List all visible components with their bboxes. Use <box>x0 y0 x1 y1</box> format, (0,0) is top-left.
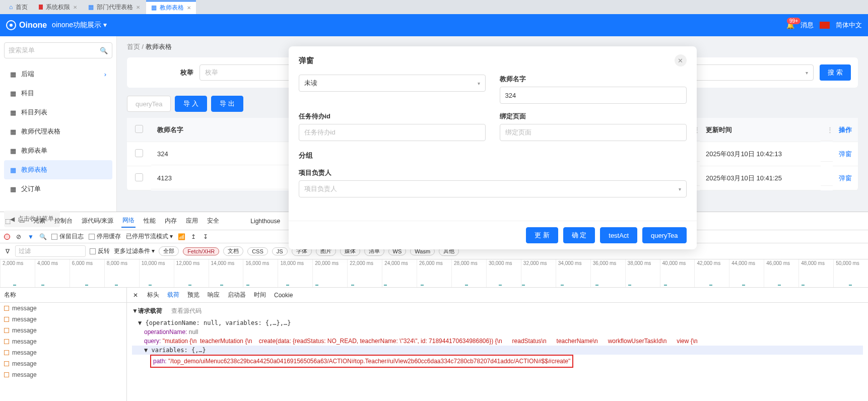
dt-tab-network[interactable]: 网络 <box>121 214 136 228</box>
export-button[interactable]: 导 出 <box>211 96 243 112</box>
dt-tab-lighthouse[interactable]: Lighthouse <box>249 216 281 227</box>
request-item[interactable]: message <box>0 358 126 369</box>
network-filter-input[interactable]: 过滤 <box>15 245 86 257</box>
filter-label: 枚举 <box>180 68 193 77</box>
type-all[interactable]: 全部 <box>159 246 179 256</box>
dialog-close-button[interactable]: ✕ <box>675 54 687 66</box>
request-item[interactable]: message <box>0 347 126 358</box>
dt-tab-security[interactable]: 安全 <box>206 215 220 227</box>
language-selector[interactable]: 简体中文 <box>836 21 862 30</box>
dt-tab-elements[interactable]: 元素 <box>32 215 46 227</box>
owner-select[interactable]: 项目负责人▾ <box>299 180 687 197</box>
view-source-link[interactable]: 查看源代码 <box>171 307 202 315</box>
dt-tab-perf[interactable]: 性能 <box>143 215 157 227</box>
status-select[interactable]: 未读▾ <box>299 75 486 92</box>
group-section-title: 分组 <box>299 151 687 160</box>
chevron-down-icon: ▾ <box>478 81 480 86</box>
chevron-right-icon: › <box>104 71 106 78</box>
rtab-response[interactable]: 响应 <box>208 291 220 299</box>
keep-log-checkbox[interactable]: 保留日志 <box>51 232 84 241</box>
throttle-select[interactable]: 已停用节流模式 ▾ <box>126 232 173 241</box>
select-all-checkbox[interactable] <box>135 125 143 133</box>
col-menu-icon[interactable]: ⋮ <box>821 119 833 141</box>
download-icon[interactable]: ↧ <box>202 233 209 240</box>
nav-teacher-table[interactable]: ▦教师表格 <box>4 160 112 179</box>
record-icon[interactable] <box>4 234 10 240</box>
notice-label[interactable]: 消息 <box>800 21 814 30</box>
upload-icon[interactable]: ↥ <box>190 233 197 240</box>
task-id-input[interactable]: 任务待办id <box>299 124 486 141</box>
more-filters[interactable]: 更多过滤条件 ▾ <box>114 247 155 255</box>
close-icon[interactable]: ✕ <box>136 5 140 10</box>
type-css[interactable]: CSS <box>247 247 268 255</box>
queryTea-button[interactable]: queryTea <box>127 96 171 112</box>
ok-button[interactable]: 确 定 <box>563 227 595 243</box>
tab-dept[interactable]: ▦部门代理表格✕ <box>83 1 145 14</box>
nav-backend[interactable]: ▦后端› <box>4 64 112 84</box>
dt-tab-sources[interactable]: 源代码/来源 <box>81 215 114 227</box>
funnel-icon[interactable]: ∇ <box>4 248 11 255</box>
bind-page-input[interactable]: 绑定页面 <box>500 124 687 141</box>
tab-perm[interactable]: 系统权限✕ <box>34 1 82 14</box>
import-button[interactable]: 导 入 <box>175 96 207 112</box>
app-tab-bar: ⌂首页 系统权限✕ ▦部门代理表格✕ ▦教师表格✕ <box>0 0 868 14</box>
close-icon[interactable]: ✕ <box>73 5 77 10</box>
type-fetch[interactable]: Fetch/XHR <box>183 247 219 255</box>
nav-teacher-proxy[interactable]: ▦教师代理表格 <box>4 122 112 141</box>
notification-bell[interactable]: 🔔99+ <box>786 22 794 29</box>
request-item[interactable]: message <box>0 369 126 380</box>
app-header: Oinone oinone功能展示 ▾ 🔔99+ 消息 简体中文 <box>0 14 868 36</box>
row-action-link[interactable]: 弹窗 <box>833 167 858 190</box>
invert-checkbox[interactable]: 反转 <box>90 247 110 255</box>
type-doc[interactable]: 文档 <box>223 246 243 256</box>
row-checkbox[interactable] <box>135 173 143 181</box>
dt-tab-memory[interactable]: 内存 <box>164 215 178 227</box>
search-icon[interactable]: 🔍 <box>39 233 46 240</box>
nav-subject-list[interactable]: ▦科目列表 <box>4 103 112 122</box>
inspect-icon[interactable]: ⬚ <box>4 218 11 225</box>
row-checkbox[interactable] <box>135 149 143 157</box>
owner-label: 项目负责人 <box>299 168 687 177</box>
payload-body: ▼请求载荷 查看源代码 ▼ {operationName: null, vari… <box>127 303 868 401</box>
rtab-initiator[interactable]: 启动器 <box>228 291 246 299</box>
nav-subject[interactable]: ▦科目 <box>4 84 112 103</box>
type-js[interactable]: JS <box>272 247 288 255</box>
search-button[interactable]: 搜 索 <box>820 64 851 81</box>
request-item[interactable]: message <box>0 303 126 314</box>
teacher-name-input[interactable]: 324 <box>500 87 687 104</box>
update-button[interactable]: 更 新 <box>526 227 558 243</box>
rtab-cookie[interactable]: Cookie <box>274 292 293 299</box>
request-item[interactable]: message <box>0 314 126 325</box>
close-detail-icon[interactable]: ✕ <box>132 292 139 299</box>
dialog-title: 弹窗 <box>299 56 314 65</box>
queryTea-button[interactable]: queryTea <box>642 227 686 243</box>
logo: Oinone <box>6 20 47 30</box>
disable-cache-checkbox[interactable]: 停用缓存 <box>89 232 121 241</box>
row-action-link[interactable]: 弹窗 <box>833 143 858 166</box>
nav-parent-order[interactable]: ▦父订单 <box>4 179 112 198</box>
request-item[interactable]: message <box>0 336 126 347</box>
dt-tab-app[interactable]: 应用 <box>185 215 199 227</box>
main-content: 首页 / 教师表格 枚举 枚举▾ 搜 索 queryTea 导 入 导 出 教师… <box>117 36 868 212</box>
nav-teacher-form[interactable]: ▦教师表单 <box>4 141 112 160</box>
rtab-payload[interactable]: 载荷 <box>167 291 179 299</box>
device-icon[interactable]: ▭ <box>18 218 25 225</box>
chevron-down-icon: ▾ <box>679 186 681 192</box>
teacher-name-label: 教师名字 <box>500 75 687 84</box>
tab-teacher[interactable]: ▦教师表格✕ <box>146 1 196 14</box>
rtab-timing[interactable]: 时间 <box>254 291 266 299</box>
rtab-headers[interactable]: 标头 <box>147 291 159 299</box>
app-selector[interactable]: oinone功能展示 ▾ <box>52 21 107 30</box>
network-timeline[interactable]: 2,000 ms4,000 ms6,000 ms8,000 ms10,000 m… <box>0 259 868 288</box>
filter-icon[interactable]: ▼ <box>27 233 34 240</box>
request-item[interactable]: message <box>0 325 126 336</box>
wifi-icon[interactable]: 📶 <box>178 233 185 240</box>
badge-count: 99+ <box>787 18 800 24</box>
testAct-button[interactable]: testAct <box>600 227 637 243</box>
dt-tab-console[interactable]: 控制台 <box>53 215 74 227</box>
close-icon[interactable]: ✕ <box>187 5 191 11</box>
rtab-preview[interactable]: 预览 <box>187 291 199 299</box>
clear-icon[interactable]: ⊘ <box>15 233 22 240</box>
sidebar-search[interactable]: 搜索菜单🔍 <box>4 42 112 58</box>
tab-home[interactable]: ⌂首页 <box>4 1 33 14</box>
